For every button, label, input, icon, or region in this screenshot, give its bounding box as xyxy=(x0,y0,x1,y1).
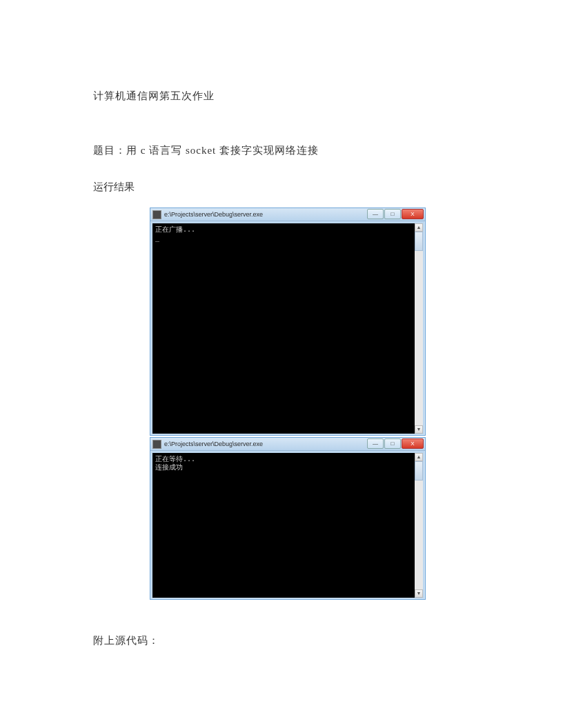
scroll-down-button[interactable]: ▼ xyxy=(415,425,423,434)
result-heading: 运行结果 xyxy=(93,181,470,194)
client-area-wrap: 正在广播... _ ▲ ▼ xyxy=(150,221,425,436)
titlebar[interactable]: e:\Projects\server\Debug\server.exe — □ … xyxy=(150,208,425,221)
scroll-up-button[interactable]: ▲ xyxy=(415,223,423,232)
scroll-track[interactable] xyxy=(415,232,423,425)
console-client-area: 正在等待... 连接成功 ▲ ▼ xyxy=(152,453,423,598)
window-controls: — □ X xyxy=(367,438,424,449)
scroll-up-button[interactable]: ▲ xyxy=(415,453,423,461)
document-page: 计算机通信网第五次作业 题目：用 c 语言写 socket 套接字实现网络连接 … xyxy=(0,0,563,647)
minimize-button[interactable]: — xyxy=(367,438,384,449)
window-controls: — □ X xyxy=(367,209,424,219)
maximize-button[interactable]: □ xyxy=(384,209,401,219)
source-code-heading: 附上源代码： xyxy=(93,634,470,647)
scroll-thumb[interactable] xyxy=(415,232,423,251)
vertical-scrollbar[interactable]: ▲ ▼ xyxy=(415,223,423,434)
console-window-1: e:\Projects\server\Debug\server.exe — □ … xyxy=(150,208,426,436)
close-button[interactable]: X xyxy=(402,438,424,449)
minimize-button[interactable]: — xyxy=(367,209,384,219)
scroll-thumb[interactable] xyxy=(415,461,423,481)
close-button[interactable]: X xyxy=(402,209,424,219)
app-icon xyxy=(152,210,161,219)
window-title: e:\Projects\server\Debug\server.exe xyxy=(164,441,263,447)
console-client-area: 正在广播... _ ▲ ▼ xyxy=(152,223,423,434)
app-icon xyxy=(152,440,161,449)
page-title: 计算机通信网第五次作业 xyxy=(93,90,470,103)
scroll-track[interactable] xyxy=(415,461,423,589)
scroll-down-button[interactable]: ▼ xyxy=(415,589,423,598)
maximize-button[interactable]: □ xyxy=(384,438,401,449)
vertical-scrollbar[interactable]: ▲ ▼ xyxy=(415,453,423,598)
window-title: e:\Projects\server\Debug\server.exe xyxy=(164,211,263,218)
client-area-wrap: 正在等待... 连接成功 ▲ ▼ xyxy=(150,451,425,600)
console-window-2: e:\Projects\server\Debug\server.exe — □ … xyxy=(150,437,426,600)
console-output: 正在广播... _ xyxy=(152,223,423,244)
titlebar[interactable]: e:\Projects\server\Debug\server.exe — □ … xyxy=(150,438,425,451)
topic-heading: 题目：用 c 语言写 socket 套接字实现网络连接 xyxy=(93,144,470,157)
screenshot-container: e:\Projects\server\Debug\server.exe — □ … xyxy=(150,208,426,600)
console-output: 正在等待... 连接成功 xyxy=(152,453,423,474)
